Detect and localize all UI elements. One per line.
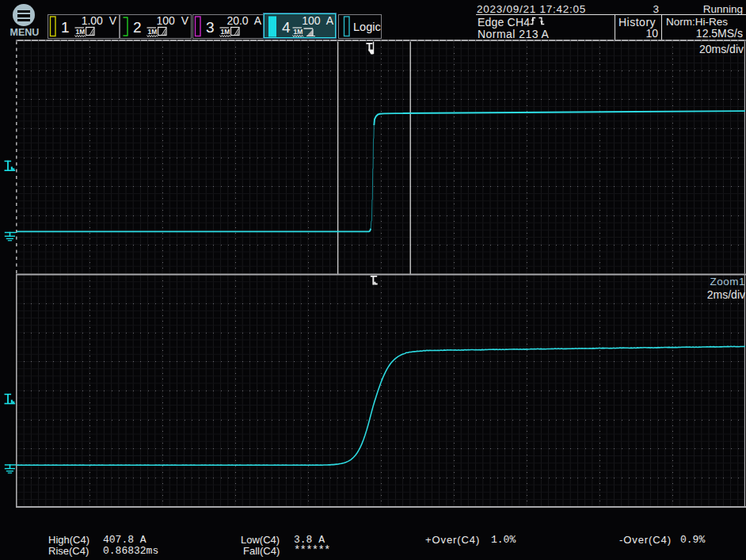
svg-text:1M: 1M [221,28,230,36]
svg-text:1M: 1M [294,28,303,36]
svg-text:1M: 1M [76,28,86,36]
svg-text:1M: 1M [148,28,158,36]
